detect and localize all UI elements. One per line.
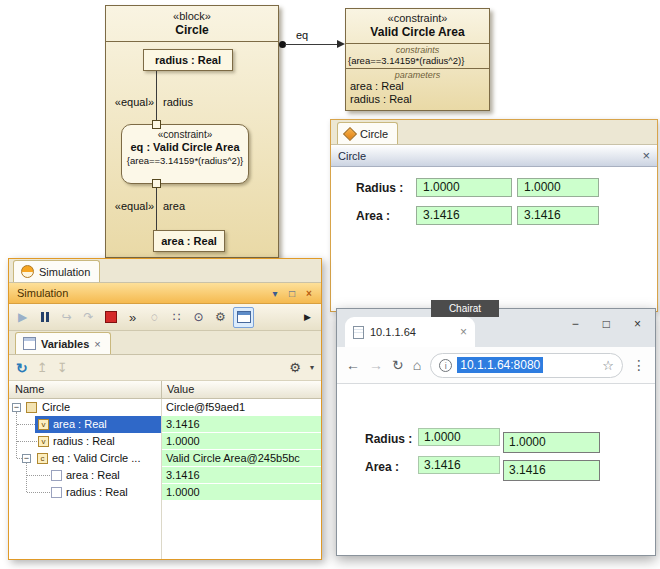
variables-table-header: Name Value bbox=[9, 381, 321, 399]
forward-button[interactable]: → bbox=[369, 357, 383, 373]
row-name-cell[interactable]: radius : Real bbox=[9, 484, 161, 501]
panel-menu-icon[interactable]: ▾ bbox=[268, 287, 282, 300]
radius-input[interactable]: 1.0000 bbox=[503, 432, 600, 453]
row-name: radius : Real bbox=[66, 486, 128, 498]
radius-field-1[interactable]: 1.0000 bbox=[418, 428, 500, 446]
close-icon[interactable]: × bbox=[642, 149, 650, 162]
gear-icon[interactable]: ⚙ bbox=[289, 360, 301, 375]
part-area[interactable]: area : Real bbox=[153, 230, 225, 252]
animation-button[interactable]: ◌ bbox=[145, 308, 164, 327]
simulation-toolbar: ▶ ↪ ↷ » ◌ ∷ ⊙ ⚙ ▶ bbox=[9, 304, 321, 331]
profile-badge[interactable]: Chairat bbox=[431, 300, 499, 317]
row-name-cell[interactable]: eq : Valid Circle ... bbox=[9, 450, 161, 467]
part-area-label: area : Real bbox=[161, 235, 217, 247]
row-name-cell[interactable]: Circle bbox=[9, 399, 161, 416]
reload-button[interactable]: ↻ bbox=[392, 357, 404, 373]
table-row: radius : Real 1.0000 bbox=[9, 484, 321, 501]
area-label: Area : bbox=[365, 458, 399, 476]
address-bar[interactable]: i 10.1.1.64:8080 ☆ bbox=[430, 353, 623, 378]
settings-button[interactable]: ⚙ bbox=[211, 308, 230, 327]
variables-table-body: Circle Circle@f59aed1 area : Real 3.1416… bbox=[9, 399, 321, 559]
window-controls: − □ × bbox=[572, 317, 641, 331]
row-value-cell[interactable]: 3.1416 bbox=[162, 416, 321, 433]
tab-close-icon[interactable]: × bbox=[460, 325, 467, 339]
site-info-icon[interactable]: i bbox=[439, 359, 452, 372]
close-icon[interactable]: × bbox=[94, 338, 100, 350]
tab-circle[interactable]: Circle bbox=[337, 122, 398, 144]
circle-ui-panel: Circle Circle × Radius : 1.0000 1.0000 A… bbox=[330, 119, 658, 312]
constraint-block-valid-circle-area[interactable]: «constraint» Valid Circle Area constrain… bbox=[345, 8, 490, 111]
row-value-cell[interactable]: 1.0000 bbox=[162, 433, 321, 450]
area-input[interactable]: 3.1416 bbox=[503, 460, 600, 481]
constraint-property-icon bbox=[37, 453, 48, 464]
parameter-port-top bbox=[152, 120, 161, 129]
value-column-header[interactable]: Value bbox=[167, 383, 194, 395]
tab-variables[interactable]: Variables × bbox=[15, 332, 111, 354]
area-field-2[interactable]: 3.1416 bbox=[517, 206, 599, 225]
block-stereotype: «block» bbox=[106, 10, 278, 22]
binding-area-stereotype: «equal» bbox=[100, 200, 154, 212]
circle-panel-tabstrip: Circle bbox=[331, 120, 657, 145]
connector-line-eq[interactable] bbox=[285, 44, 338, 45]
export-button-1[interactable]: ↥ bbox=[37, 360, 48, 375]
bookmark-star-icon[interactable]: ☆ bbox=[602, 358, 614, 373]
float-window-icon[interactable]: □ bbox=[285, 287, 299, 300]
open-in-browser-button[interactable] bbox=[233, 307, 254, 328]
row-name-cell[interactable]: area : Real bbox=[9, 416, 161, 433]
row-value-cell[interactable]: 1.0000 bbox=[162, 484, 321, 501]
tokens-button[interactable]: ∷ bbox=[167, 308, 186, 327]
radius-field-2[interactable]: 1.0000 bbox=[517, 178, 599, 197]
constraint-property[interactable]: «constraint» eq : Valid Circle Area {are… bbox=[121, 124, 249, 184]
step-over-button[interactable]: ↷ bbox=[79, 308, 98, 327]
name-column-header[interactable]: Name bbox=[15, 383, 44, 395]
page-favicon bbox=[353, 326, 364, 339]
simulation-window: Simulation Simulation ▾ □ × ▶ ↪ ↷ » ◌ ∷ … bbox=[8, 258, 322, 560]
part-radius-label: radius : Real bbox=[155, 54, 221, 66]
binding-radius-stereotype: «equal» bbox=[100, 96, 154, 108]
constraint-name: eq : Valid Circle Area bbox=[122, 141, 248, 153]
binding-area-role: area bbox=[163, 200, 185, 212]
parameter-radius: radius : Real bbox=[346, 93, 489, 106]
circle-panel-title: Circle bbox=[338, 150, 642, 162]
browser-tab[interactable]: 10.1.1.64 × bbox=[345, 317, 475, 347]
constraint-block-stereotype: «constraint» bbox=[346, 12, 489, 24]
simulation-tabstrip: Simulation bbox=[9, 259, 321, 283]
expander-icon[interactable] bbox=[12, 403, 21, 412]
home-button[interactable]: ⌂ bbox=[413, 357, 421, 373]
expander-icon[interactable] bbox=[22, 454, 31, 463]
tab-simulation-label: Simulation bbox=[39, 266, 90, 278]
watch-button[interactable]: ⊙ bbox=[189, 308, 208, 327]
area-field-1[interactable]: 3.1416 bbox=[416, 206, 512, 225]
more-options-button[interactable]: » bbox=[123, 308, 142, 327]
maximize-button[interactable]: □ bbox=[603, 317, 610, 331]
back-button[interactable]: ← bbox=[346, 357, 360, 373]
parameter-icon bbox=[51, 470, 62, 481]
row-name-cell[interactable]: area : Real bbox=[9, 467, 161, 484]
browser-menu-icon[interactable]: ⋮ bbox=[632, 357, 646, 373]
area-field-1[interactable]: 3.1416 bbox=[418, 456, 500, 474]
minimize-button[interactable]: − bbox=[572, 317, 579, 331]
row-value-cell[interactable]: Circle@f59aed1 bbox=[162, 399, 321, 416]
row-value-cell[interactable]: 3.1416 bbox=[162, 467, 321, 484]
radius-label: Radius : bbox=[356, 179, 403, 197]
run-button[interactable]: ▶ bbox=[13, 308, 32, 327]
terminate-button[interactable] bbox=[101, 308, 120, 327]
toolbar-overflow-button[interactable]: ▶ bbox=[298, 308, 317, 327]
connector-label-eq: eq bbox=[296, 29, 308, 41]
row-value-cell[interactable]: Valid Circle Area@245b5bc bbox=[162, 450, 321, 467]
tab-simulation[interactable]: Simulation bbox=[13, 260, 100, 282]
step-into-button[interactable]: ↪ bbox=[57, 308, 76, 327]
pause-button[interactable] bbox=[35, 308, 54, 327]
radius-field-1[interactable]: 1.0000 bbox=[416, 178, 512, 197]
chevron-down-icon[interactable]: ▾ bbox=[310, 363, 314, 372]
close-button[interactable]: × bbox=[634, 317, 641, 331]
connector-arrowhead bbox=[337, 40, 345, 48]
constraint-expression: {area==3.14159*(radius^2)} bbox=[122, 155, 248, 166]
part-radius[interactable]: radius : Real bbox=[143, 49, 233, 71]
row-name-cell[interactable]: radius : Real bbox=[9, 433, 161, 450]
web-page-content: Radius : 1.0000 1.0000 Area : 3.1416 3.1… bbox=[337, 384, 655, 553]
column-separator[interactable] bbox=[161, 381, 162, 398]
close-icon[interactable]: × bbox=[302, 287, 316, 300]
export-button-2[interactable]: ↧ bbox=[57, 360, 68, 375]
refresh-button[interactable]: ↻ bbox=[16, 360, 28, 376]
